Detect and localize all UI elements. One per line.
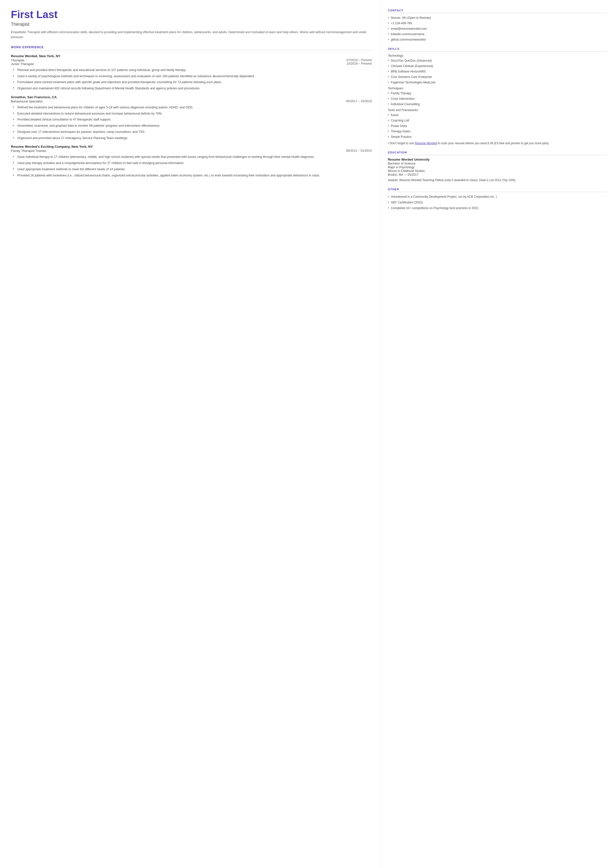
contact-item-2: email@resumeworded.com	[388, 26, 607, 31]
bullet-2-5: Designed over 17 interventions technique…	[13, 130, 372, 134]
company-name-3: Resume Worded's Exciting Company, New Yo…	[11, 145, 93, 149]
bullet-2-3: Provided detailed clinical consultation …	[13, 117, 372, 122]
job-dates-2a: 05/2017 – 10/2019	[346, 99, 372, 103]
techniques-list: Family Therapy Crisis Intervention Indiv…	[388, 91, 607, 106]
bullet-list-3: Gave individual therapy to 17 children (…	[13, 155, 372, 178]
tools-list: Kareo Coaching Loft Power Diary Therapy …	[388, 113, 607, 139]
job-roles-dates-2: Behavioural Specialist 05/2017 – 10/2019	[11, 99, 372, 103]
tool-1: Coaching Loft	[388, 118, 607, 123]
bullet-2-2: Executed detailed interventions to reduc…	[13, 111, 372, 116]
job-header-2: Growthsi, San Francisco, CA	[11, 95, 372, 99]
tech-2: BRB Software HorizonMIS	[388, 69, 607, 74]
technique-1: Crisis Intervention	[388, 96, 607, 101]
company-name-2: Growthsi, San Francisco, CA	[11, 95, 57, 99]
bullet-1-1: Planned and provided direct therapeutic …	[13, 68, 372, 73]
job-dates-3a: 08/2012 – 01/2015	[346, 149, 372, 152]
other-heading: OTHER	[388, 188, 607, 192]
edu-minor: Minors in Childhood Studies	[388, 169, 607, 173]
job-header-1: Resume Worded, New York, NY	[11, 54, 372, 58]
technique-2: Individual Counselling	[388, 102, 607, 106]
bullet-3-2: Used play therapy activities and a nonju…	[13, 161, 372, 166]
bullet-list-1: Planned and provided direct therapeutic …	[13, 68, 372, 91]
skills-section: SKILLS Technology: DocuTrac QuicDoc (Adv…	[388, 47, 607, 146]
bullet-2-6: Organized and promoted about 27 Interage…	[13, 136, 372, 141]
work-experience-heading: WORK EXPERIENCE	[11, 45, 372, 50]
job-role-3a: Family Therapist Trainee	[11, 149, 46, 153]
skills-heading: SKILLS	[388, 47, 607, 51]
job-block-3: Resume Worded's Exciting Company, New Yo…	[11, 145, 372, 178]
contact-heading: CONTACT	[388, 9, 607, 13]
job-role-1a: Therapist	[11, 58, 34, 62]
job-dates-right-2: 05/2017 – 10/2019	[346, 99, 372, 103]
other-list: Volunteered in a Community Development P…	[388, 194, 607, 210]
tool-0: Kareo	[388, 113, 607, 117]
job-roles-left-3: Family Therapist Trainee	[11, 149, 46, 153]
job-dates-right-1: 07/2019 – Present 10/2018 – Present	[346, 58, 372, 65]
other-2: Completed 10+ competitions on Psychology…	[388, 206, 607, 210]
job-dates-1a: 07/2019 – Present	[346, 58, 372, 62]
tool-3: Therapy Notes	[388, 129, 607, 134]
contact-item-4: github.com/resumeworded	[388, 37, 607, 42]
job-roles-left-1: Therapist Junior Therapist	[11, 58, 34, 66]
job-header-3: Resume Worded's Exciting Company, New Yo…	[11, 145, 372, 149]
job-dates-right-3: 08/2012 – 01/2015	[346, 149, 372, 152]
promo-link[interactable]: Resume Worded	[415, 141, 437, 145]
contact-list: Denver, OH (Open to Remote) +1-234-456-7…	[388, 16, 607, 42]
edu-location-date: Boston, MA — 05/2017	[388, 173, 607, 176]
bullet-3-1: Gave individual therapy to 17 children (…	[13, 155, 372, 159]
edu-awards: Awards: Resume Worded Teaching Fellow (o…	[388, 178, 607, 182]
contact-item-3: linkedin.com/in/username	[388, 32, 607, 36]
bullet-1-2: Used a variety of psychological methods …	[13, 74, 372, 79]
contact-item-0: Denver, OH (Open to Remote)	[388, 16, 607, 20]
right-column: CONTACT Denver, OH (Open to Remote) +1-2…	[381, 0, 614, 868]
tool-4: Simple Practice	[388, 135, 607, 139]
techniques-label: Techniques:	[388, 87, 607, 90]
tech-3: Core Solutions Care Enterprise	[388, 75, 607, 79]
technique-0: Family Therapy	[388, 91, 607, 96]
job-roles-left-2: Behavioural Specialist	[11, 99, 42, 103]
job-roles-dates-1: Therapist Junior Therapist 07/2019 – Pre…	[11, 58, 372, 66]
tools-label: Tools and Frameworks:	[388, 109, 607, 112]
bullet-list-2: Refined the treatment and behavioural pl…	[13, 105, 372, 141]
tool-2: Power Diary	[388, 124, 607, 128]
bullet-2-4: Assembled, examined, and graphed data to…	[13, 123, 372, 128]
tech-0: DocuTrac QuicDoc (Advanced)	[388, 58, 607, 63]
bullet-2-1: Refined the treatment and behavioural pl…	[13, 105, 372, 110]
tech-4: Fagerman Technologies MedLook	[388, 80, 607, 85]
job-role-1b: Junior Therapist	[11, 62, 34, 66]
company-name-1: Resume Worded, New York, NY	[11, 54, 60, 58]
edu-major: Major in Psychology	[388, 166, 607, 169]
summary-text: Empathetic Therapist with efficient comm…	[11, 30, 372, 40]
edu-degree: Bachelor of Science	[388, 162, 607, 165]
education-section: EDUCATION Resume Worded University Bache…	[388, 151, 607, 182]
bullet-1-3: Formulated client-centred treatment plan…	[13, 80, 372, 85]
other-section: OTHER Volunteered in a Community Develop…	[388, 188, 607, 210]
job-block-1: Resume Worded, New York, NY Therapist Ju…	[11, 54, 372, 91]
education-heading: EDUCATION	[388, 151, 607, 155]
promo-text: • Don't forget to use Resume Worded to s…	[388, 141, 607, 146]
candidate-title: Therapist	[11, 22, 372, 27]
edu-school: Resume Worded University	[388, 158, 607, 161]
tech-1: Clinivate Clinitrak (Experienced)	[388, 64, 607, 68]
job-role-2a: Behavioural Specialist	[11, 99, 42, 103]
contact-item-1: +1-234-456-789	[388, 21, 607, 25]
job-block-2: Growthsi, San Francisco, CA Behavioural …	[11, 95, 372, 141]
tech-list: DocuTrac QuicDoc (Advanced) Clinivate Cl…	[388, 58, 607, 85]
job-dates-1b: 10/2018 – Present	[346, 62, 372, 65]
contact-section: CONTACT Denver, OH (Open to Remote) +1-2…	[388, 9, 607, 42]
bullet-3-3: Used appropriate treatment methods to me…	[13, 167, 372, 172]
bullet-1-4: Organized and maintained 402 clinical re…	[13, 86, 372, 91]
candidate-name: First Last	[11, 9, 372, 20]
bullet-3-4: Provided 18 patients with incentives (i.…	[13, 173, 372, 178]
job-roles-dates-3: Family Therapist Trainee 08/2012 – 01/20…	[11, 149, 372, 153]
other-1: ABC Certification (2022)	[388, 200, 607, 205]
tech-label: Technology:	[388, 54, 607, 57]
other-0: Volunteered in a Community Development P…	[388, 194, 607, 199]
left-column: First Last Therapist Empathetic Therapis…	[0, 0, 381, 868]
